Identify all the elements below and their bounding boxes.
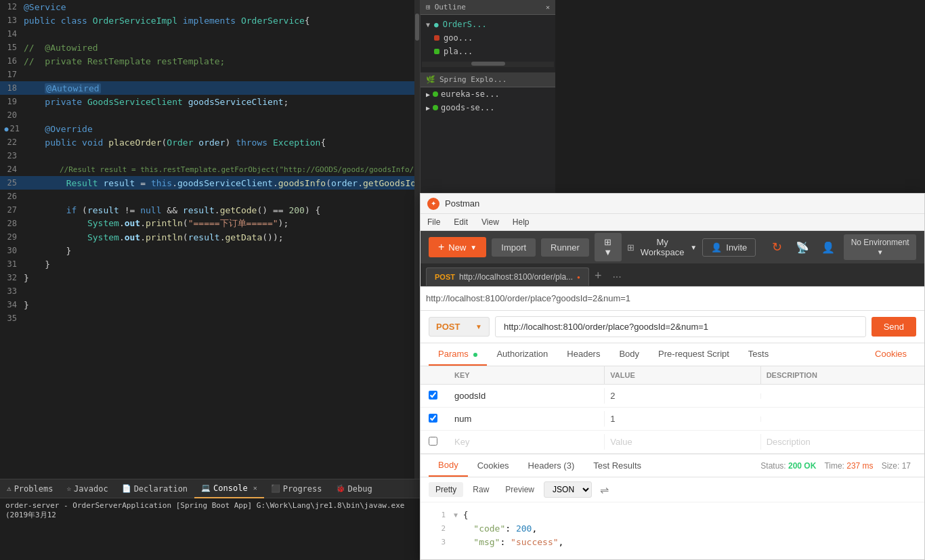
- method-selector[interactable]: POST ▼: [429, 317, 490, 337]
- json-viewer: 1 ▼ { 2 "code": 200, 3 "msg": "success",: [421, 502, 924, 559]
- fmt-preview[interactable]: Preview: [498, 482, 541, 497]
- param-check-num[interactable]: [429, 414, 437, 423]
- param-value-goodsid[interactable]: 2: [604, 388, 760, 404]
- runner-button[interactable]: Runner: [541, 238, 589, 257]
- format-selector[interactable]: JSON XML Text: [544, 481, 592, 498]
- tab-javadoc[interactable]: ☆ Javadoc: [60, 479, 114, 498]
- tab-declaration[interactable]: 📄 Declaration: [115, 479, 194, 498]
- outline-scrollbar[interactable]: [422, 62, 554, 67]
- param-check-empty[interactable]: [429, 437, 437, 446]
- param-key-num[interactable]: num: [449, 411, 604, 427]
- outline-item-place[interactable]: pla...: [421, 45, 555, 58]
- console-close[interactable]: ✕: [253, 484, 257, 492]
- eureka-status-dot: [433, 91, 438, 97]
- request-tab-post[interactable]: POST http://localhost:8100/order/pla... …: [426, 267, 589, 286]
- code-line-31: 31 }: [0, 257, 420, 271]
- outline-item-goods[interactable]: goo...: [421, 31, 555, 45]
- outline-class-label: OrderS...: [443, 20, 487, 29]
- tab-declaration-label: Declaration: [134, 484, 188, 494]
- profile-button[interactable]: 👤: [818, 237, 838, 257]
- extra-options-button[interactable]: ⊞ ▼: [595, 233, 622, 261]
- progress-icon: ⬛: [271, 484, 280, 493]
- param-desc-goodsid[interactable]: [760, 393, 916, 399]
- code-line-32: 32 }: [0, 271, 420, 284]
- spring-title: 🌿 Spring Explo...: [421, 72, 555, 87]
- menu-edit[interactable]: Edit: [454, 217, 468, 227]
- sync-button[interactable]: ↻: [767, 237, 787, 257]
- menu-help[interactable]: Help: [513, 217, 530, 227]
- method-dot: [434, 49, 439, 54]
- invite-button[interactable]: 👤 Invite: [702, 238, 756, 257]
- more-tabs-button[interactable]: ···: [607, 271, 626, 283]
- new-tab-button[interactable]: +: [589, 269, 607, 283]
- param-key-empty[interactable]: Key: [449, 434, 604, 450]
- resp-tab-tests[interactable]: Test Results: [584, 455, 651, 476]
- plus-icon: +: [438, 241, 444, 253]
- spring-item-goods[interactable]: ▶ goods-se...: [421, 101, 555, 114]
- console-content: order-server - OrderServerApplication [S…: [0, 498, 420, 559]
- pre-request-tab[interactable]: Pre-request Script: [649, 343, 739, 366]
- resp-tab-headers[interactable]: Headers (3): [519, 455, 584, 476]
- scrollbar-thumb: [415, 14, 419, 41]
- tab-problems[interactable]: ⚠ Problems: [0, 479, 60, 498]
- code-line-18: 18 @Autowired: [0, 81, 420, 95]
- param-desc-empty[interactable]: Description: [760, 434, 916, 450]
- body-tab[interactable]: Body: [609, 343, 649, 366]
- menu-view[interactable]: View: [481, 217, 499, 227]
- response-tabs: Body Cookies Headers (3) Test Results St…: [421, 454, 924, 477]
- code-line-23: 23: [0, 149, 420, 163]
- tab-debug-label: Debug: [348, 484, 372, 494]
- tab-console[interactable]: 💻 Console ✕: [194, 479, 264, 498]
- param-key-goodsid[interactable]: goodsId: [449, 388, 604, 404]
- wrap-icon[interactable]: ⇌: [600, 483, 609, 496]
- headers-tab[interactable]: Headers: [557, 343, 609, 366]
- json-line-1: 1 ▼ {: [429, 508, 916, 521]
- spring-item-eureka[interactable]: ▶ eureka-se...: [421, 87, 555, 101]
- resp-tab-cookies[interactable]: Cookies: [468, 455, 519, 476]
- outline-field-label: goo...: [444, 33, 473, 43]
- fmt-raw[interactable]: Raw: [466, 482, 496, 497]
- resp-tab-body[interactable]: Body: [429, 454, 468, 477]
- workspace-button[interactable]: ⊞ My Workspace ▼: [627, 237, 697, 257]
- code-line-13: 13 public class OrderServiceImpl impleme…: [0, 14, 420, 27]
- postman-titlebar: ✦ Postman: [421, 194, 924, 214]
- import-button[interactable]: Import: [492, 238, 536, 257]
- goods-icon: ▶: [426, 104, 430, 112]
- authorization-tab[interactable]: Authorization: [487, 343, 557, 366]
- tab-progress[interactable]: ⬛ Progress: [264, 479, 329, 498]
- param-check-goodsid[interactable]: [429, 391, 437, 400]
- tests-tab[interactable]: Tests: [739, 343, 778, 366]
- outline-close-icon[interactable]: ✕: [546, 3, 550, 11]
- fmt-pretty[interactable]: Pretty: [429, 482, 463, 497]
- code-line-27: 27 if (result != null && result.getCode(…: [0, 203, 420, 217]
- param-value-num[interactable]: 1: [604, 411, 760, 427]
- outline-grid-icon: ⊞: [426, 3, 431, 12]
- param-row-empty: Key Value Description: [421, 431, 924, 454]
- code-area[interactable]: 12 @Service 13 public class OrderService…: [0, 0, 420, 479]
- invite-label: Invite: [726, 242, 747, 253]
- interceptor-button[interactable]: 📡: [792, 237, 813, 257]
- new-button[interactable]: + New ▼: [429, 237, 486, 257]
- params-tab[interactable]: Params: [429, 343, 487, 366]
- cookies-tab[interactable]: Cookies: [865, 343, 916, 366]
- code-line-21: ●21 @Override: [0, 122, 420, 135]
- postman-menubar: File Edit View Help: [421, 214, 924, 231]
- no-environment-button[interactable]: No Environment ▼: [844, 234, 916, 260]
- code-line-14: 14: [0, 27, 420, 41]
- outline-item-orderservice[interactable]: ▼ ● OrderS...: [421, 18, 555, 31]
- param-desc-num[interactable]: [760, 416, 916, 422]
- menu-file[interactable]: File: [427, 217, 440, 227]
- outline-title-label: Outline: [435, 3, 466, 12]
- params-header: KEY VALUE DESCRIPTION: [421, 366, 924, 385]
- param-value-empty[interactable]: Value: [604, 434, 760, 450]
- params-tabs: Params Authorization Headers Body Pre-re…: [421, 343, 924, 366]
- outline-scrollbar-thumb: [471, 62, 505, 66]
- toolbar-right-icons: ↻ 📡 👤: [767, 237, 838, 257]
- code-scrollbar[interactable]: [414, 0, 420, 479]
- url-input[interactable]: [495, 316, 866, 337]
- tab-debug[interactable]: 🐞 Debug: [329, 479, 379, 498]
- send-button[interactable]: Send: [872, 317, 916, 337]
- postman-logo: ✦: [427, 198, 439, 210]
- url-display-text: http://localhost:8100/order/place?goodsI…: [426, 293, 630, 303]
- code-line-34: 34 }: [0, 298, 420, 311]
